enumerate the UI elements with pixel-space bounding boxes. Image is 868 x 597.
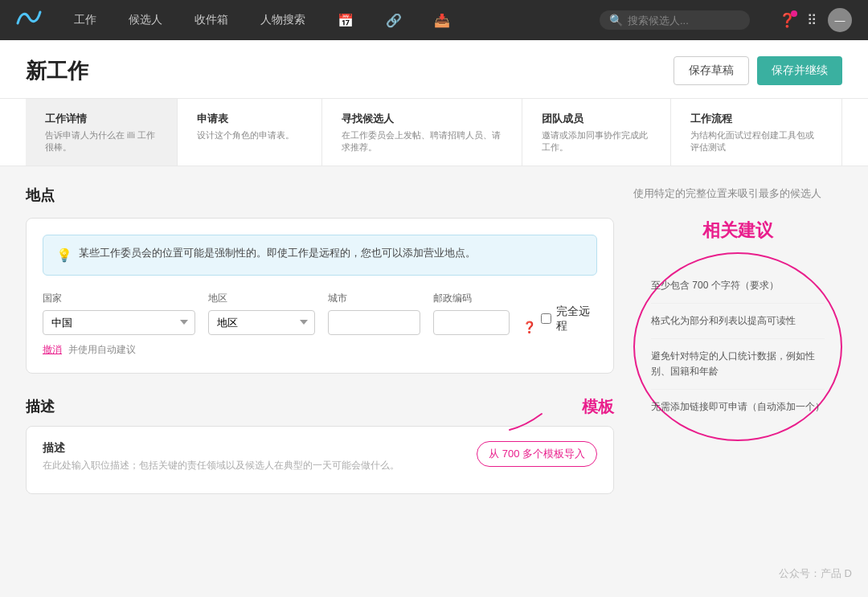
remote-label[interactable]: 完全远程 [556,305,597,333]
info-text: 某些工作委员会的位置可能是强制性的。即使工作是远程的，您也可以添加营业地点。 [79,245,476,261]
form-row-location: 国家 中国 美国 英国 日本 地区 地区 城市 [43,292,597,335]
region-select[interactable]: 地区 [208,310,315,335]
step-1-title: 工作详情 [45,112,158,126]
suggestion-item-1: 至少包含 700 个字符（要求） [651,278,825,304]
region-label: 地区 [208,292,315,305]
undo-row: 撤消 并使用自动建议 [43,343,597,357]
description-section: 描述 模板 描述 在此处输入职位描述；包括关键的责任领域以及候选人在典型的一天可… [26,396,614,494]
step-job-details[interactable]: 工作详情 告诉申请人为什么在 illi 工作很棒。 [26,99,178,166]
template-import-button[interactable]: 从 700 多个模板导入 [477,441,597,467]
info-icon: 💡 [56,246,72,265]
city-label: 城市 [328,292,420,305]
desc-card-title: 描述 [43,441,399,456]
description-title: 描述 [26,397,55,416]
right-hint: 使用特定的完整位置来吸引最多的候选人 [633,186,842,202]
logo [16,9,42,31]
header-actions: 保存草稿 保存并继续 [674,56,842,85]
location-section: 💡 某些工作委员会的位置可能是强制性的。即使工作是远程的，您也可以添加营业地点。… [26,218,614,374]
postal-input[interactable] [433,310,510,335]
nav-calendar-icon[interactable]: 📅 [331,10,360,31]
location-title: 地点 [26,186,614,205]
avatar[interactable]: — [828,8,852,32]
suggestion-item-2: 格式化为部分和列表以提高可读性 [651,313,825,339]
help-icon[interactable]: ❓ [779,12,796,29]
navbar: 工作 候选人 收件箱 人物搜索 📅 🔗 📥 🔍 ❓ ⠿ — [0,0,868,40]
nav-inbox-icon[interactable]: 📥 [428,10,457,31]
desc-card-info: 描述 在此处输入职位描述；包括关键的责任领域以及候选人在典型的一天可能会做什么。 [43,441,399,472]
step-application[interactable]: 申请表 设计这个角色的申请表。 [178,99,322,166]
remote-checkbox-group: 完全远程 [541,305,597,333]
step-find-candidates[interactable]: 寻找候选人 在工作委员会上发帖、聘请招聘人员、请求推荐。 [322,99,522,166]
steps-bar: 工作详情 告诉申请人为什么在 illi 工作很棒。 申请表 设计这个角色的申请表… [0,99,868,166]
search-icon: 🔍 [609,14,623,27]
nav-people-search[interactable]: 人物搜索 [254,10,312,31]
nav-inbox[interactable]: 收件箱 [188,10,235,31]
city-group: 城市 [328,292,420,335]
search-input[interactable] [628,14,740,27]
remote-checkbox[interactable] [541,313,551,324]
step-5-desc: 为结构化面试过程创建工具包或评估测试 [690,129,822,154]
save-draft-button[interactable]: 保存草稿 [674,56,749,85]
step-4-title: 团队成员 [542,112,651,126]
nav-work[interactable]: 工作 [68,10,103,31]
desc-card-header: 描述 在此处输入职位描述；包括关键的责任领域以及候选人在典型的一天可能会做什么。… [43,441,597,472]
template-arrow-icon [502,410,550,434]
page-title: 新工作 [26,57,88,85]
main-content: 地点 💡 某些工作委员会的位置可能是强制性的。即使工作是远程的，您也可以添加营业… [0,166,868,513]
step-3-title: 寻找候选人 [342,112,502,126]
template-annotation-label: 模板 [582,396,614,418]
step-4-desc: 邀请或添加同事协作完成此工作。 [542,129,651,154]
page-header: 新工作 保存草稿 保存并继续 [0,40,868,99]
suggestions-annotation: 相关建议 至少包含 700 个字符（要求） 格式化为部分和列表以提高可读性 避免… [633,219,842,441]
search-bar[interactable]: 🔍 [600,10,750,30]
left-panel: 地点 💡 某些工作委员会的位置可能是强制性的。即使工作是远程的，您也可以添加营业… [26,186,614,494]
step-2-title: 申请表 [197,112,302,126]
country-select[interactable]: 中国 美国 英国 日本 [43,310,195,335]
postal-label: 邮政编码 [433,292,510,305]
desc-card: 描述 在此处输入职位描述；包括关键的责任领域以及候选人在典型的一天可能会做什么。… [26,426,614,494]
info-box: 💡 某些工作委员会的位置可能是强制性的。即使工作是远程的，您也可以添加营业地点。 [43,235,597,276]
suggestion-item-3: 避免针对特定的人口统计数据，例如性别、国籍和年龄 [651,349,825,390]
desc-card-subtitle: 在此处输入职位描述；包括关键的责任领域以及候选人在典型的一天可能会做什么。 [43,459,399,472]
nav-link-icon[interactable]: 🔗 [379,10,408,31]
step-3-desc: 在工作委员会上发帖、聘请招聘人员、请求推荐。 [342,129,502,154]
right-panel: 使用特定的完整位置来吸引最多的候选人 相关建议 至少包含 700 个字符（要求）… [633,186,842,494]
save-continue-button[interactable]: 保存并继续 [757,56,842,85]
step-2-desc: 设计这个角色的申请表。 [197,129,302,141]
nav-candidates[interactable]: 候选人 [122,10,169,31]
navbar-right-icons: ❓ ⠿ — [779,8,852,32]
suggestion-item-4: 无需添加链接即可申请（自动添加一个） [651,399,825,415]
suggestions-box: 至少包含 700 个字符（要求） 格式化为部分和列表以提高可读性 避免针对特定的… [633,252,842,441]
country-group: 国家 中国 美国 英国 日本 [43,292,195,335]
undo-text: 并使用自动建议 [68,343,136,357]
apps-icon[interactable]: ⠿ [807,12,817,29]
undo-link[interactable]: 撤消 [43,343,62,357]
step-5-title: 工作流程 [690,112,822,126]
step-1-desc: 告诉申请人为什么在 illi 工作很棒。 [45,129,158,154]
city-input[interactable] [328,310,420,335]
country-label: 国家 [43,292,195,305]
step-workflow[interactable]: 工作流程 为结构化面试过程创建工具包或评估测试 [671,99,842,166]
region-group: 地区 地区 [208,292,315,335]
notification-dot [791,10,797,17]
postal-group: 邮政编码 [433,292,510,335]
suggestions-title: 相关建议 [633,219,842,243]
step-team-members[interactable]: 团队成员 邀请或添加同事协作完成此工作。 [522,99,671,166]
postal-help-icon[interactable]: ❓ [522,321,536,333]
